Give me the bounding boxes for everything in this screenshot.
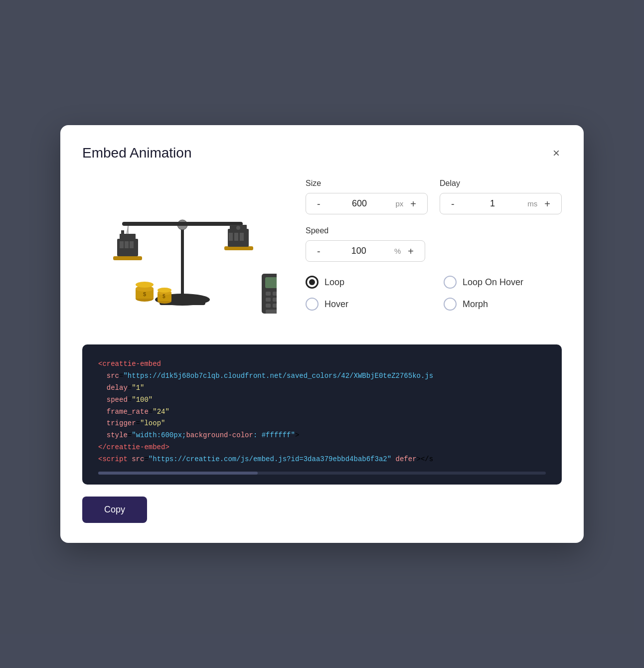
size-label: Size — [306, 179, 428, 188]
code-section: <creattie-embed src="https://d1k5j68ob7c… — [82, 344, 562, 484]
scale-svg: $ $ — [87, 184, 277, 324]
option-loop-on-hover[interactable]: Loop On Hover — [444, 276, 562, 289]
scrollbar-thumb — [98, 472, 258, 475]
size-input: - 600 px + — [306, 193, 428, 214]
delay-value: 1 — [462, 198, 524, 209]
svg-text:$: $ — [143, 291, 146, 297]
modal-overlay: Embed Animation × — [0, 0, 644, 668]
delay-unit: ms — [527, 199, 537, 208]
delay-decrease-button[interactable]: - — [448, 199, 458, 209]
size-decrease-button[interactable]: - — [314, 199, 323, 209]
radio-loop-circle — [306, 276, 319, 289]
svg-rect-22 — [240, 233, 244, 241]
code-block: <creattie-embed src="https://d1k5j68ob7c… — [98, 358, 546, 465]
controls-area: Size - 600 px + Delay - 1 ms — [306, 179, 562, 311]
size-increase-button[interactable]: + — [407, 199, 419, 209]
svg-rect-39 — [266, 298, 271, 302]
delay-group: Delay - 1 ms + — [440, 179, 562, 214]
svg-rect-7 — [113, 256, 142, 260]
svg-rect-4 — [122, 222, 243, 226]
svg-rect-20 — [229, 233, 233, 241]
delay-label: Delay — [440, 179, 562, 188]
copy-button[interactable]: Copy — [82, 497, 147, 523]
svg-rect-11 — [120, 241, 124, 248]
option-morph[interactable]: Morph — [444, 298, 562, 311]
option-morph-label: Morph — [463, 299, 488, 310]
speed-label: Speed — [306, 226, 562, 235]
speed-group: Speed - 100 % + — [306, 226, 562, 262]
modal-container: Embed Animation × — [60, 125, 584, 542]
delay-increase-button[interactable]: + — [541, 199, 553, 209]
size-value: 600 — [327, 198, 392, 209]
svg-rect-21 — [234, 233, 238, 241]
size-delay-row: Size - 600 px + Delay - 1 ms — [306, 179, 562, 214]
svg-rect-0 — [181, 224, 184, 299]
radio-hover-circle — [306, 298, 319, 311]
modal-body: $ $ — [82, 179, 562, 329]
svg-rect-34 — [265, 277, 277, 288]
radio-morph-circle — [444, 298, 457, 311]
radio-loop-on-hover-circle — [444, 276, 457, 289]
option-loop-on-hover-label: Loop On Hover — [463, 277, 523, 288]
close-button[interactable]: × — [551, 145, 562, 161]
svg-rect-44 — [273, 304, 277, 308]
modal-title: Embed Animation — [82, 145, 191, 161]
svg-rect-43 — [266, 304, 271, 308]
svg-text:$: $ — [162, 294, 165, 299]
svg-rect-36 — [273, 292, 277, 296]
svg-rect-12 — [125, 241, 129, 248]
option-loop[interactable]: Loop — [306, 276, 424, 289]
svg-point-31 — [158, 288, 171, 293]
option-hover[interactable]: Hover — [306, 298, 424, 311]
svg-rect-40 — [273, 298, 277, 302]
svg-point-19 — [236, 226, 240, 230]
speed-unit: % — [394, 247, 401, 255]
playback-options: Loop Loop On Hover Hover Morph — [306, 276, 562, 311]
svg-point-26 — [136, 282, 154, 288]
svg-rect-13 — [130, 241, 134, 248]
size-unit: px — [395, 199, 403, 208]
option-hover-label: Hover — [324, 299, 348, 310]
animation-preview: $ $ — [82, 179, 282, 329]
delay-input: - 1 ms + — [440, 193, 562, 214]
speed-increase-button[interactable]: + — [405, 246, 417, 256]
speed-input: - 100 % + — [306, 240, 425, 262]
code-scrollbar[interactable] — [98, 472, 546, 475]
svg-rect-10 — [121, 230, 124, 235]
svg-rect-16 — [224, 246, 253, 250]
modal-header: Embed Animation × — [82, 145, 562, 161]
speed-decrease-button[interactable]: - — [314, 246, 323, 256]
svg-rect-47 — [266, 310, 277, 314]
speed-value: 100 — [327, 246, 390, 256]
option-loop-label: Loop — [324, 277, 344, 288]
svg-rect-35 — [266, 292, 271, 296]
size-group: Size - 600 px + — [306, 179, 428, 214]
